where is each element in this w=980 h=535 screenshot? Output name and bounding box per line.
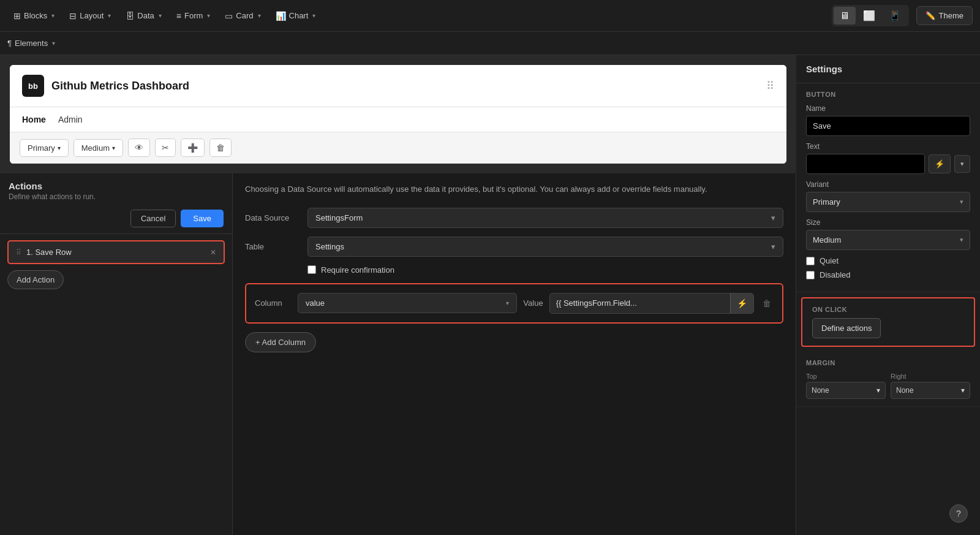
tablet-view-button[interactable]: ⬜ xyxy=(857,7,881,25)
margin-section: MARGIN Top None ▾ Right None ▾ xyxy=(796,352,980,407)
action-config: Choosing a Data Source will automaticall… xyxy=(233,173,796,362)
table-label: Table xyxy=(245,242,300,251)
primary-chevron-icon: ▾ xyxy=(58,145,61,151)
define-actions-button[interactable]: Define actions xyxy=(812,318,881,338)
eye-slash-icon-button[interactable]: 👁 xyxy=(128,138,150,157)
text-input[interactable] xyxy=(806,154,925,174)
require-confirmation-row: Require confirmation xyxy=(307,265,783,275)
table-value: Settings xyxy=(315,242,344,251)
app-preview: bb Github Metrics Dashboard ⠿ Home Admin… xyxy=(10,65,786,164)
app-nav: Home Admin xyxy=(10,107,786,132)
theme-pencil-icon: ✏️ xyxy=(925,11,935,20)
mobile-view-button[interactable]: 📱 xyxy=(883,7,907,25)
margin-top-value: None xyxy=(812,386,829,395)
margin-top-chevron-icon: ▾ xyxy=(876,386,880,395)
blocks-chevron-icon: ▾ xyxy=(51,12,55,19)
add-column-button[interactable]: + Add Column xyxy=(245,332,316,352)
margin-section-title: MARGIN xyxy=(806,359,970,366)
variant-select[interactable]: Primary ▾ xyxy=(806,192,970,212)
form-chevron-icon: ▾ xyxy=(207,12,210,19)
text-dropdown-button[interactable]: ▾ xyxy=(954,155,970,173)
nav-item-home[interactable]: Home xyxy=(22,115,46,124)
margin-top-label: Top xyxy=(806,373,886,380)
action-item-save-row[interactable]: ⠿ 1. Save Row ✕ xyxy=(7,240,225,264)
app-logo: bb xyxy=(22,75,44,97)
table-select[interactable]: Settings ▾ xyxy=(307,237,783,257)
value-input: {{ SettingsForm.Field... ⚡ xyxy=(549,293,754,314)
margin-right-value: None xyxy=(896,386,914,395)
medium-button-preview[interactable]: Medium ▾ xyxy=(74,139,123,157)
cancel-button[interactable]: Cancel xyxy=(130,210,176,227)
button-settings-section: BUTTON Name Text ⚡ ▾ Variant Primary ▾ S… xyxy=(796,83,980,292)
lightning-icon[interactable]: ⚡ xyxy=(730,294,753,313)
quiet-checkbox[interactable] xyxy=(806,257,815,265)
add-icon-button[interactable]: ➕ xyxy=(181,138,205,157)
name-input[interactable] xyxy=(806,116,970,136)
main-area: bb Github Metrics Dashboard ⠿ Home Admin… xyxy=(0,55,980,535)
size-select[interactable]: Medium ▾ xyxy=(806,230,970,250)
theme-button[interactable]: ✏️ Theme xyxy=(916,6,973,25)
value-label: Value xyxy=(523,298,543,308)
middle-panel: Choosing a Data Source will automaticall… xyxy=(233,173,796,535)
add-action-label: Add Action xyxy=(17,275,55,284)
form-menu-button[interactable]: ≡ Form ▾ xyxy=(170,7,217,25)
variant-chevron-icon: ▾ xyxy=(960,198,963,206)
card-chevron-icon: ▾ xyxy=(258,12,261,19)
preview-canvas: bb Github Metrics Dashboard ⠿ Home Admin… xyxy=(0,55,796,173)
blocks-menu-button[interactable]: ⊞ Blocks ▾ xyxy=(7,7,61,25)
primary-label: Primary xyxy=(28,143,55,153)
scissors-icon-button[interactable]: ✂ xyxy=(155,138,176,157)
elements-icon: ¶ xyxy=(7,39,12,48)
column-chevron-icon: ▾ xyxy=(506,300,509,306)
size-value: Medium xyxy=(813,235,841,245)
disabled-checkbox[interactable] xyxy=(806,271,815,279)
elements-label: Elements xyxy=(15,39,48,48)
layout-menu-button[interactable]: ⊟ Layout ▾ xyxy=(63,7,117,25)
margin-top-select[interactable]: None ▾ xyxy=(806,382,886,399)
nav-item-admin[interactable]: Admin xyxy=(58,115,83,124)
delete-column-button[interactable]: 🗑 xyxy=(760,296,774,311)
elements-row: ¶ Elements ▾ xyxy=(0,32,980,55)
top-toolbar: ⊞ Blocks ▾ ⊟ Layout ▾ 🗄 Data ▾ ≡ Form ▾ … xyxy=(0,0,980,32)
column-label: Column xyxy=(255,298,292,308)
data-icon: 🗄 xyxy=(126,11,134,21)
bottom-section: Actions Define what actions to run. Canc… xyxy=(0,173,796,535)
save-action-button[interactable]: Save xyxy=(181,210,224,227)
settings-header: Settings xyxy=(796,55,980,83)
theme-label: Theme xyxy=(939,11,963,20)
text-field-label: Text xyxy=(806,142,970,151)
left-panel: Actions Define what actions to run. Canc… xyxy=(0,173,233,535)
primary-button-preview[interactable]: Primary ▾ xyxy=(20,139,69,157)
app-logo-area: bb Github Metrics Dashboard xyxy=(22,75,189,97)
form-icon: ≡ xyxy=(176,11,181,21)
onclick-section: On Click Define actions xyxy=(801,297,975,347)
close-action-icon[interactable]: ✕ xyxy=(210,248,216,257)
data-source-select[interactable]: SettingsForm ▾ xyxy=(307,208,783,228)
table-row: Table Settings ▾ xyxy=(245,237,783,257)
form-label: Form xyxy=(184,11,203,20)
chart-menu-button[interactable]: 📊 Chart ▾ xyxy=(270,7,322,25)
require-confirmation-checkbox[interactable] xyxy=(307,265,316,274)
grid-icon[interactable]: ⠿ xyxy=(766,79,774,93)
disabled-checkbox-row: Disabled xyxy=(806,270,970,279)
canvas-area: bb Github Metrics Dashboard ⠿ Home Admin… xyxy=(0,55,796,535)
button-toolbar-preview: Primary ▾ Medium ▾ 👁 ✂ ➕ 🗑 xyxy=(10,132,786,164)
text-lightning-button[interactable]: ⚡ xyxy=(929,154,951,173)
delete-icon-button[interactable]: 🗑 xyxy=(209,138,232,157)
layout-chevron-icon: ▾ xyxy=(108,12,111,19)
app-title: Github Metrics Dashboard xyxy=(51,80,189,93)
data-menu-button[interactable]: 🗄 Data ▾ xyxy=(119,7,167,25)
margin-grid: Top None ▾ Right None ▾ xyxy=(806,373,970,399)
size-chevron-icon: ▾ xyxy=(960,236,963,244)
desktop-view-button[interactable]: 🖥 xyxy=(834,7,856,25)
quiet-checkbox-row: Quiet xyxy=(806,256,970,265)
card-menu-button[interactable]: ▭ Card ▾ xyxy=(219,7,266,25)
add-action-button[interactable]: Add Action xyxy=(7,270,64,289)
size-field-label: Size xyxy=(806,218,970,227)
margin-right-select[interactable]: None ▾ xyxy=(891,382,970,399)
column-select[interactable]: value ▾ xyxy=(298,293,517,313)
column-value: value xyxy=(306,298,325,308)
elements-button[interactable]: ¶ Elements ▾ xyxy=(7,39,55,48)
help-icon[interactable]: ? xyxy=(949,504,968,523)
margin-right-label: Right xyxy=(891,373,970,380)
